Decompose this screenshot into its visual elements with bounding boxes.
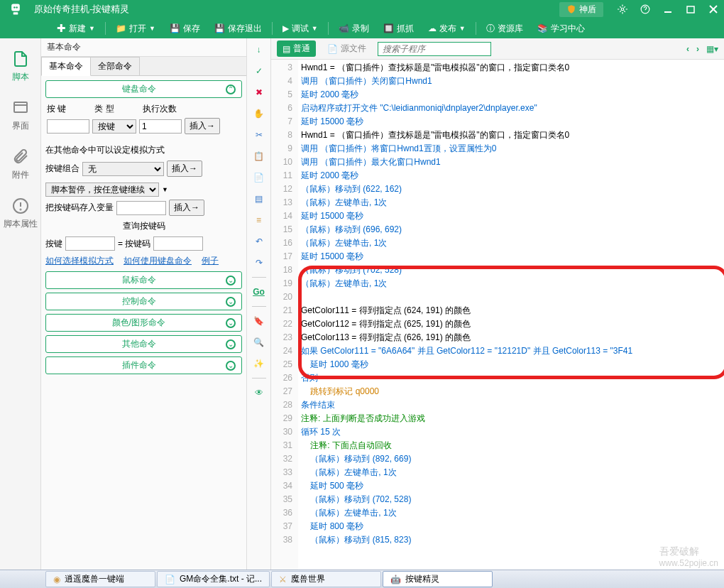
mode-normal[interactable]: ▤普通 <box>277 40 316 57</box>
exec-count-input[interactable] <box>139 119 182 134</box>
insert-btn-1[interactable]: 插入→ <box>185 118 220 134</box>
grab-button[interactable]: 🔲抓抓 <box>376 23 421 35</box>
chevron-down-icon: ⌄ <box>226 297 236 307</box>
search-input[interactable] <box>378 42 491 56</box>
minimize-icon[interactable] <box>663 4 673 14</box>
svg-rect-7 <box>687 6 694 13</box>
store-input[interactable] <box>116 201 166 215</box>
new-button[interactable]: ✚新建▼ <box>50 22 102 35</box>
bookmark-icon[interactable]: 🔖 <box>252 314 266 328</box>
chevron-down-icon: ⌄ <box>226 276 236 285</box>
title-bar: 原始传奇挂机-按键精灵 神盾 <box>0 0 724 18</box>
command-panel: 基本命令 基本命令 全部命令 键盘命令⌃ 按 键类 型执行次数 按键 插入→ 在… <box>41 38 247 570</box>
save-button[interactable]: 💾保存 <box>163 23 207 35</box>
settings-icon[interactable] <box>618 4 627 14</box>
acc-plugin[interactable]: 插件命令⌄ <box>45 356 242 374</box>
paste-icon[interactable]: 📄 <box>252 170 266 185</box>
redo-icon[interactable]: ↷ <box>252 256 266 270</box>
rail-prop[interactable]: 脚本属性 <box>0 194 40 233</box>
tab-all[interactable]: 全部命令 <box>90 57 140 75</box>
left-rail: 脚本 界面 附件 脚本属性 <box>0 38 41 570</box>
query-key-input[interactable] <box>65 236 115 251</box>
publish-button[interactable]: ☁发布▼ <box>421 23 473 35</box>
svg-rect-0 <box>11 4 20 11</box>
hand-icon[interactable]: ✋ <box>252 107 266 121</box>
acc-keyboard[interactable]: 键盘命令⌃ <box>45 80 242 98</box>
eye-icon[interactable]: 👁 <box>252 386 266 400</box>
acc-ctrl[interactable]: 控制命令⌄ <box>45 293 242 310</box>
close-icon[interactable] <box>708 4 718 14</box>
window-title: 原始传奇挂机-按键精灵 <box>34 3 559 16</box>
panel-header: 基本命令 <box>41 38 246 57</box>
rec-point-icon[interactable]: ✓ <box>252 64 266 78</box>
taskbar: ◉逍遥魔兽一键端 📄GM命令全集.txt - 记... ⚔魔兽世界 🤖按键精灵 <box>0 570 724 588</box>
link-kbd[interactable]: 如何使用键盘命令 <box>124 255 192 267</box>
task-4[interactable]: 🤖按键精灵 <box>383 571 493 587</box>
link-sim[interactable]: 如何选择模拟方式 <box>45 255 114 267</box>
task-3[interactable]: ⚔魔兽世界 <box>271 571 381 587</box>
rail-attach[interactable]: 附件 <box>0 145 40 184</box>
format-icon[interactable]: ▤ <box>252 192 266 206</box>
record-button[interactable]: 📹录制 <box>331 23 376 35</box>
rail-script[interactable]: 脚本 <box>0 47 40 86</box>
chevron-up-icon: ⌃ <box>226 85 236 94</box>
svg-point-2 <box>16 6 18 9</box>
query-code-input[interactable] <box>153 236 203 251</box>
code-editor[interactable]: 3456789101112131415161718192021222324252… <box>271 60 724 570</box>
copy-icon[interactable]: 📋 <box>252 149 266 163</box>
pause-select[interactable]: 脚本暂停，按任意键继续 <box>45 183 159 197</box>
insert-btn-3[interactable]: 插入→ <box>169 200 204 216</box>
nav-next-icon[interactable]: › <box>696 44 699 54</box>
watermark: 吾爱破解www.52pojie.cn <box>659 545 718 568</box>
maximize-icon[interactable] <box>686 4 696 14</box>
delete-icon[interactable]: ✖ <box>252 85 266 99</box>
mode-source[interactable]: 📄源文件 <box>322 40 372 57</box>
search-icon[interactable]: 🔍 <box>252 335 266 349</box>
svg-point-4 <box>621 8 624 11</box>
main-toolbar: ✚新建▼ 📁打开▼ 💾保存 💾保存退出 ▶调试▼ 📹录制 🔲抓抓 ☁发布▼ ⓘ资… <box>0 18 724 38</box>
svg-rect-3 <box>13 12 18 14</box>
link-ex[interactable]: 例子 <box>202 255 219 267</box>
arrow-down-icon[interactable]: ↓ <box>252 43 266 57</box>
learn-button[interactable]: 📚学习中心 <box>530 23 592 35</box>
grid-icon[interactable]: ▦▾ <box>706 44 718 54</box>
debug-button[interactable]: ▶调试▼ <box>275 23 325 35</box>
rail-ui[interactable]: 界面 <box>0 96 40 135</box>
vertical-toolbar: ↓ ✓ ✖ ✋ ✂ 📋 📄 ▤ ≡ ↶ ↷ Go 🔖 🔍 ✨ 👁 <box>247 38 271 570</box>
save-exit-button[interactable]: 💾保存退出 <box>207 23 269 35</box>
app-logo-icon <box>6 2 26 16</box>
go-icon[interactable]: Go <box>252 285 266 299</box>
cut-icon[interactable]: ✂ <box>252 128 266 142</box>
acc-mouse[interactable]: 鼠标命令⌄ <box>45 271 242 289</box>
nav-prev-icon[interactable]: ‹ <box>686 44 689 54</box>
acc-color[interactable]: 颜色/图形命令⌄ <box>45 314 242 332</box>
help-icon[interactable] <box>640 4 650 14</box>
resource-button[interactable]: ⓘ资源库 <box>479 23 530 35</box>
wand-icon[interactable]: ✨ <box>252 356 266 371</box>
chevron-down-icon: ⌄ <box>226 339 236 349</box>
chevron-down-icon: ⌄ <box>226 361 236 371</box>
tab-basic[interactable]: 基本命令 <box>41 57 91 76</box>
task-1[interactable]: ◉逍遥魔兽一键端 <box>45 571 155 587</box>
svg-rect-10 <box>14 102 27 112</box>
type-select[interactable]: 按键 <box>92 119 136 134</box>
acc-other[interactable]: 其他命令⌄ <box>45 335 242 353</box>
undo-icon[interactable]: ↶ <box>252 234 266 249</box>
svg-point-14 <box>20 209 21 210</box>
key-input[interactable] <box>47 119 89 134</box>
shield-button[interactable]: 神盾 <box>559 2 603 17</box>
chevron-down-icon: ⌄ <box>226 318 236 328</box>
indent-icon[interactable]: ≡ <box>252 213 266 227</box>
svg-point-1 <box>13 6 16 9</box>
task-2[interactable]: 📄GM命令全集.txt - 记... <box>157 571 270 587</box>
combo-select[interactable]: 无 <box>82 162 164 176</box>
open-button[interactable]: 📁打开▼ <box>109 23 163 35</box>
insert-btn-2[interactable]: 插入→ <box>167 160 202 177</box>
